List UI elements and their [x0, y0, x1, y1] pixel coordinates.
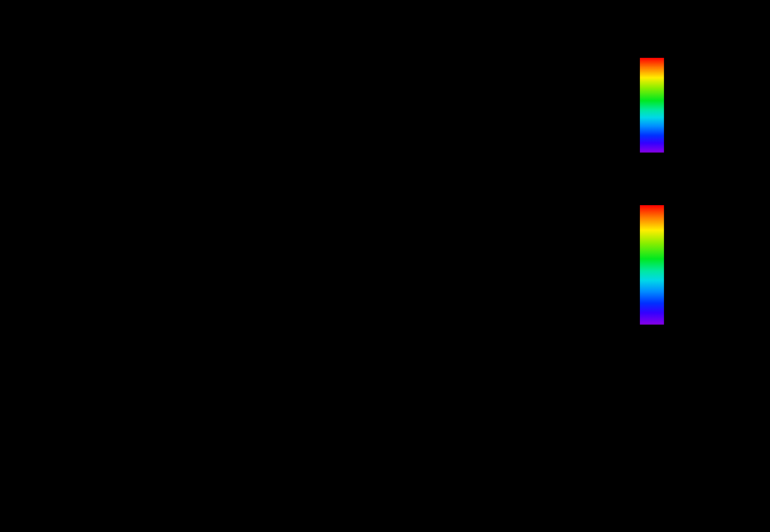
- axes-overlay: [0, 0, 770, 532]
- science-plot-page: [0, 0, 770, 532]
